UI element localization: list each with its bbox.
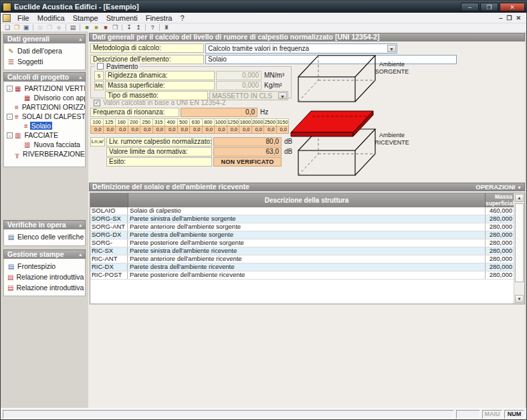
tree-item-facciate[interactable]: - ▥ FACCIATE [4, 130, 85, 140]
table-row[interactable]: RIC-POST Parete posteriore dell'ambiente… [90, 272, 514, 280]
tree-item-solai-di-calpestio[interactable]: - ≡ SOLAI DI CALPESTIO [4, 112, 85, 121]
menu-bar: FileModificaStampeStrumentiFinestra? ‒ ❐… [1, 13, 526, 23]
panel-body-verifiche: ▤ Elenco delle verifiche [3, 229, 86, 246]
table-body: SOLAIO Solaio di calpestio 460,000 SORG-… [90, 207, 514, 304]
frequency-value-cell[interactable]: 0,0 [264, 126, 277, 134]
table-row[interactable]: SORG-ANT Parete anteriore dell'ambiente … [90, 223, 514, 231]
lnw-value[interactable]: 80,0 [213, 137, 282, 146]
frequency-value-cell[interactable]: 0,0 [90, 126, 104, 134]
frequency-value-cell[interactable]: 0,0 [152, 126, 166, 134]
tree-expander-icon[interactable]: - [7, 86, 13, 92]
pavimento-checkbox[interactable] [97, 63, 104, 70]
frequency-value-cell[interactable]: 0,0 [189, 126, 203, 134]
menu-file[interactable]: File [13, 14, 33, 22]
status-message [3, 410, 454, 419]
menu-modifica[interactable]: Modifica [33, 14, 69, 22]
minimize-button[interactable]: ‒ [461, 3, 479, 11]
help-icon[interactable]: ? [148, 24, 157, 31]
sidebar-item-frontespizio[interactable]: ▤ Frontespizio [4, 261, 85, 272]
open-file-icon[interactable]: ❒ [12, 24, 21, 31]
sidebar-item-soggetti[interactable]: ☰ Soggetti [4, 56, 85, 67]
scrollbar-thumb[interactable] [515, 203, 524, 282]
child-minimize-button[interactable]: ‒ [499, 15, 502, 21]
frequency-value-cell[interactable]: 0,0 [103, 126, 116, 134]
rigidezza-label: Rigidezza dinamica: [105, 71, 215, 80]
new-document-icon[interactable]: ❏ [3, 24, 12, 31]
tree-item-solaio[interactable]: ≡ Solaio [4, 121, 85, 130]
frequency-value-cell[interactable]: 0,0 [227, 126, 240, 134]
frequency-value-cell[interactable]: 0,0 [128, 126, 141, 134]
tree-item-icon: ▥ [24, 141, 30, 148]
table-row[interactable]: RIC-ANT Parete anteriore dell'ambiente r… [90, 255, 514, 264]
row-code: SORG-POST [90, 239, 128, 247]
operazioni-button[interactable]: OPERAZIONI ▼ [476, 183, 522, 191]
limite-value[interactable]: 63,0 [213, 147, 282, 156]
menu-stampe[interactable]: Stampe [69, 14, 102, 22]
child-close-button[interactable]: ✕ [516, 15, 521, 21]
menu-finestra[interactable]: Finestra [142, 14, 177, 22]
menu-strumenti[interactable]: Strumenti [102, 14, 142, 22]
toolbar-separator [122, 24, 122, 31]
row-description: Parete destra dell'ambiente ricevente [128, 264, 485, 271]
table-row[interactable]: RIC-SX Parete sinistra dell'ambiente ric… [90, 247, 514, 255]
sidebar-item-relazione-verifiche[interactable]: ▤ Relazione introduttiva (verifiche) [4, 282, 85, 293]
info-icon[interactable]: ♜ [162, 24, 171, 31]
collapse-icon[interactable]: ▴ [79, 35, 82, 43]
panel-header-calcoli-di-progetto[interactable]: ▴ Calcoli di progetto [3, 72, 86, 82]
lnw-label: Liv. rumore calpestio normalizzato: [106, 137, 212, 146]
tree-item-divisorio-con-appartamento[interactable]: ▦ Divisorio con appartamento [4, 93, 85, 102]
collapse-icon[interactable]: ▴ [79, 221, 82, 229]
collapse-icon[interactable]: ▴ [79, 73, 82, 82]
tree-expander-icon[interactable]: - [7, 114, 13, 120]
menu-help[interactable]: ? [176, 14, 188, 22]
frequency-value-cell[interactable]: 0,0 [140, 126, 153, 134]
table-row[interactable]: SORG-SX Parete sinistra dell'ambiente so… [90, 215, 514, 223]
table-row[interactable]: SORG-POST Parete posteriore dell'ambient… [90, 239, 514, 247]
sidebar-item-elenco-verifiche[interactable]: ▤ Elenco delle verifiche [4, 231, 85, 242]
tree-expander-icon[interactable]: - [7, 132, 13, 138]
table-row[interactable]: SOLAIO Solaio di calpestio 460,000 [90, 207, 514, 215]
child-window-icon[interactable] [3, 14, 11, 22]
frequency-value-cell[interactable]: 0,0 [115, 126, 128, 134]
status-cell [456, 410, 480, 419]
print-calcoli-icon[interactable]: ■ [82, 24, 92, 31]
sidebar-item-relazione-calcoli[interactable]: ▤ Relazione introduttiva (calcoli) [4, 272, 85, 282]
export-icon[interactable]: ↥ [134, 24, 143, 31]
scroll-down-icon[interactable]: ▼ [515, 295, 524, 303]
panel-header-verifiche-in-opera[interactable]: ▴ Verifiche in opera [3, 220, 86, 230]
print-all-icon[interactable]: ❒ [110, 24, 120, 31]
descrizione-column-header: Descrizione della struttura [128, 193, 485, 207]
panel-header-gestione-stampe[interactable]: ▴ Gestione stampe [3, 249, 86, 259]
tree-item-partizioni-verticali[interactable]: - ▦ PARTIZIONI VERTICALI [4, 84, 85, 93]
frequency-value-cell[interactable]: 0,0 [177, 126, 191, 134]
frequency-value-cell[interactable]: 0,0 [276, 126, 290, 134]
collapse-icon[interactable]: ▴ [79, 250, 82, 259]
table-scrollbar[interactable]: ▲ ▼ [514, 193, 524, 304]
tree-item-label: Solaio [30, 122, 52, 130]
tree-item-nuova-facciata[interactable]: ▥ Nuova facciata [4, 140, 85, 149]
panel-header-dati-generali[interactable]: ▴ Dati generali [3, 34, 86, 44]
frequency-value-cell[interactable]: 0,0 [214, 126, 227, 134]
print-icon[interactable]: ▤ [68, 24, 78, 31]
save-icon[interactable]: ▣ [21, 24, 31, 31]
table-row[interactable]: SORG-DX Parete destra dell'ambiente sorg… [90, 231, 514, 239]
floor-slab [291, 111, 373, 136]
frequency-value-cell[interactable]: 0,0 [239, 126, 252, 134]
maximize-button[interactable]: ❐ [480, 3, 498, 11]
print-relazione-icon[interactable]: ■ [101, 24, 110, 31]
table-row[interactable]: RIC-DX Parete destra dell'ambiente ricev… [90, 264, 514, 272]
frequenza-value[interactable]: 0,0 [181, 108, 257, 117]
frequency-value-cell[interactable]: 0,0 [202, 126, 215, 134]
frequency-value-cell[interactable]: 0,0 [165, 126, 178, 134]
sidebar-item-dati-opera[interactable]: ✎ Dati dell'opera [4, 45, 85, 56]
child-restore-button[interactable]: ❐ [506, 15, 512, 21]
tree-item-label: Divisorio con appartamento [32, 94, 85, 102]
massa-value: 0,000 [216, 81, 261, 90]
print-verifiche-icon[interactable]: ■ [92, 24, 101, 31]
frequency-value-cell[interactable]: 0,0 [251, 126, 265, 134]
tree-item-riverberazione[interactable]: ╥ RIVERBERAZIONE (T60) [4, 149, 85, 159]
tree-item-partizioni-orizzontali[interactable]: ≡ PARTIZIONI ORIZZONTALI [4, 102, 85, 112]
close-button[interactable]: ✕ [500, 3, 525, 11]
scroll-up-icon[interactable]: ▲ [515, 194, 524, 202]
import-icon[interactable]: ↧ [124, 24, 134, 31]
